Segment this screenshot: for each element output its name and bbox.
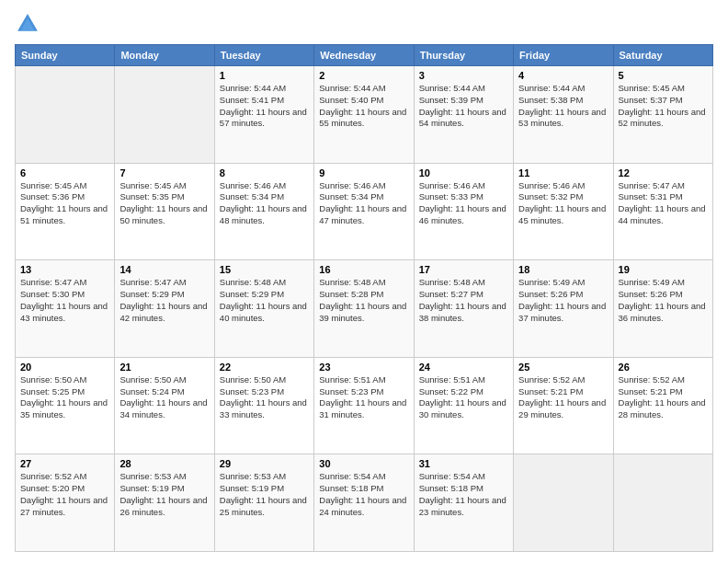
day-cell: 17Sunrise: 5:48 AMSunset: 5:27 PMDayligh…	[414, 260, 513, 358]
week-row-4: 20Sunrise: 5:50 AMSunset: 5:25 PMDayligh…	[16, 357, 713, 454]
day-cell: 3Sunrise: 5:44 AMSunset: 5:39 PMDaylight…	[414, 66, 513, 164]
day-number: 17	[419, 264, 508, 275]
day-number: 26	[619, 362, 708, 373]
weekday-header-tuesday: Tuesday	[214, 45, 313, 66]
day-number: 10	[419, 167, 508, 178]
day-info: Sunrise: 5:48 AMSunset: 5:27 PMDaylight:…	[419, 277, 508, 324]
weekday-header-sunday: Sunday	[16, 45, 115, 66]
day-cell: 14Sunrise: 5:47 AMSunset: 5:29 PMDayligh…	[115, 260, 214, 358]
day-info: Sunrise: 5:46 AMSunset: 5:34 PMDaylight:…	[220, 180, 309, 227]
day-info: Sunrise: 5:45 AMSunset: 5:37 PMDaylight:…	[619, 83, 708, 130]
day-cell: 4Sunrise: 5:44 AMSunset: 5:38 PMDaylight…	[514, 66, 613, 164]
day-number: 7	[119, 167, 209, 178]
day-number: 25	[518, 362, 608, 373]
day-info: Sunrise: 5:44 AMSunset: 5:39 PMDaylight:…	[419, 83, 508, 130]
week-row-3: 13Sunrise: 5:47 AMSunset: 5:30 PMDayligh…	[16, 260, 713, 358]
week-row-2: 6Sunrise: 5:45 AMSunset: 5:36 PMDaylight…	[16, 163, 713, 260]
day-cell: 16Sunrise: 5:48 AMSunset: 5:28 PMDayligh…	[314, 260, 414, 358]
day-number: 24	[419, 362, 508, 373]
day-cell: 26Sunrise: 5:52 AMSunset: 5:21 PMDayligh…	[613, 357, 712, 454]
day-cell: 5Sunrise: 5:45 AMSunset: 5:37 PMDaylight…	[613, 66, 712, 164]
day-info: Sunrise: 5:53 AMSunset: 5:19 PMDaylight:…	[119, 471, 209, 518]
day-info: Sunrise: 5:54 AMSunset: 5:18 PMDaylight:…	[419, 471, 508, 518]
day-info: Sunrise: 5:45 AMSunset: 5:36 PMDaylight:…	[20, 180, 109, 227]
day-cell: 27Sunrise: 5:52 AMSunset: 5:20 PMDayligh…	[16, 454, 115, 552]
day-cell: 31Sunrise: 5:54 AMSunset: 5:18 PMDayligh…	[414, 454, 513, 552]
day-cell: 11Sunrise: 5:46 AMSunset: 5:32 PMDayligh…	[514, 163, 613, 260]
day-cell: 6Sunrise: 5:45 AMSunset: 5:36 PMDaylight…	[16, 163, 115, 260]
day-cell: 8Sunrise: 5:46 AMSunset: 5:34 PMDaylight…	[214, 163, 313, 260]
day-info: Sunrise: 5:47 AMSunset: 5:31 PMDaylight:…	[619, 180, 708, 227]
day-cell: 30Sunrise: 5:54 AMSunset: 5:18 PMDayligh…	[314, 454, 414, 552]
day-info: Sunrise: 5:51 AMSunset: 5:23 PMDaylight:…	[319, 374, 408, 421]
day-number: 11	[518, 167, 608, 178]
day-number: 5	[619, 70, 708, 81]
day-info: Sunrise: 5:50 AMSunset: 5:24 PMDaylight:…	[119, 374, 209, 421]
day-info: Sunrise: 5:49 AMSunset: 5:26 PMDaylight:…	[518, 277, 608, 324]
page: SundayMondayTuesdayWednesdayThursdayFrid…	[0, 0, 728, 563]
day-info: Sunrise: 5:44 AMSunset: 5:38 PMDaylight:…	[518, 83, 608, 130]
day-number: 4	[518, 70, 608, 81]
day-info: Sunrise: 5:53 AMSunset: 5:19 PMDaylight:…	[220, 471, 309, 518]
weekday-header-thursday: Thursday	[414, 45, 513, 66]
day-cell	[613, 454, 712, 552]
day-number: 15	[220, 264, 309, 275]
day-number: 8	[220, 167, 309, 178]
day-number: 1	[220, 70, 309, 81]
day-number: 19	[619, 264, 708, 275]
day-number: 6	[20, 167, 109, 178]
day-info: Sunrise: 5:46 AMSunset: 5:32 PMDaylight:…	[518, 180, 608, 227]
day-info: Sunrise: 5:47 AMSunset: 5:29 PMDaylight:…	[119, 277, 209, 324]
week-row-1: 1Sunrise: 5:44 AMSunset: 5:41 PMDaylight…	[16, 66, 713, 164]
day-cell: 25Sunrise: 5:52 AMSunset: 5:21 PMDayligh…	[514, 357, 613, 454]
day-number: 9	[319, 167, 408, 178]
day-info: Sunrise: 5:51 AMSunset: 5:22 PMDaylight:…	[419, 374, 508, 421]
week-row-5: 27Sunrise: 5:52 AMSunset: 5:20 PMDayligh…	[16, 454, 713, 552]
day-number: 29	[220, 458, 309, 469]
day-number: 31	[419, 458, 508, 469]
day-info: Sunrise: 5:46 AMSunset: 5:33 PMDaylight:…	[419, 180, 508, 227]
day-number: 23	[319, 362, 408, 373]
day-cell: 20Sunrise: 5:50 AMSunset: 5:25 PMDayligh…	[16, 357, 115, 454]
day-info: Sunrise: 5:44 AMSunset: 5:41 PMDaylight:…	[220, 83, 309, 130]
day-cell: 18Sunrise: 5:49 AMSunset: 5:26 PMDayligh…	[514, 260, 613, 358]
day-number: 16	[319, 264, 408, 275]
day-info: Sunrise: 5:47 AMSunset: 5:30 PMDaylight:…	[20, 277, 109, 324]
day-number: 13	[20, 264, 109, 275]
day-cell: 2Sunrise: 5:44 AMSunset: 5:40 PMDaylight…	[314, 66, 414, 164]
day-number: 3	[419, 70, 508, 81]
day-number: 21	[119, 362, 209, 373]
day-cell: 13Sunrise: 5:47 AMSunset: 5:30 PMDayligh…	[16, 260, 115, 358]
day-info: Sunrise: 5:50 AMSunset: 5:23 PMDaylight:…	[220, 374, 309, 421]
day-cell: 24Sunrise: 5:51 AMSunset: 5:22 PMDayligh…	[414, 357, 513, 454]
day-info: Sunrise: 5:45 AMSunset: 5:35 PMDaylight:…	[119, 180, 209, 227]
day-cell	[16, 66, 115, 164]
day-info: Sunrise: 5:52 AMSunset: 5:21 PMDaylight:…	[518, 374, 608, 421]
weekday-header-saturday: Saturday	[613, 45, 712, 66]
day-cell: 9Sunrise: 5:46 AMSunset: 5:34 PMDaylight…	[314, 163, 414, 260]
day-cell: 22Sunrise: 5:50 AMSunset: 5:23 PMDayligh…	[214, 357, 313, 454]
day-cell: 21Sunrise: 5:50 AMSunset: 5:24 PMDayligh…	[115, 357, 214, 454]
day-number: 28	[119, 458, 209, 469]
day-info: Sunrise: 5:49 AMSunset: 5:26 PMDaylight:…	[619, 277, 708, 324]
day-cell: 28Sunrise: 5:53 AMSunset: 5:19 PMDayligh…	[115, 454, 214, 552]
day-cell: 29Sunrise: 5:53 AMSunset: 5:19 PMDayligh…	[214, 454, 313, 552]
day-number: 30	[319, 458, 408, 469]
day-number: 20	[20, 362, 109, 373]
day-cell: 7Sunrise: 5:45 AMSunset: 5:35 PMDaylight…	[115, 163, 214, 260]
day-info: Sunrise: 5:44 AMSunset: 5:40 PMDaylight:…	[319, 83, 408, 130]
day-cell: 10Sunrise: 5:46 AMSunset: 5:33 PMDayligh…	[414, 163, 513, 260]
logo	[15, 11, 44, 37]
day-cell: 15Sunrise: 5:48 AMSunset: 5:29 PMDayligh…	[214, 260, 313, 358]
day-cell: 1Sunrise: 5:44 AMSunset: 5:41 PMDaylight…	[214, 66, 313, 164]
day-number: 22	[220, 362, 309, 373]
day-cell: 23Sunrise: 5:51 AMSunset: 5:23 PMDayligh…	[314, 357, 414, 454]
calendar-table: SundayMondayTuesdayWednesdayThursdayFrid…	[15, 44, 713, 552]
day-info: Sunrise: 5:48 AMSunset: 5:28 PMDaylight:…	[319, 277, 408, 324]
day-cell: 12Sunrise: 5:47 AMSunset: 5:31 PMDayligh…	[613, 163, 712, 260]
day-info: Sunrise: 5:46 AMSunset: 5:34 PMDaylight:…	[319, 180, 408, 227]
weekday-header-row: SundayMondayTuesdayWednesdayThursdayFrid…	[16, 45, 713, 66]
header	[15, 11, 713, 37]
day-info: Sunrise: 5:50 AMSunset: 5:25 PMDaylight:…	[20, 374, 109, 421]
day-info: Sunrise: 5:48 AMSunset: 5:29 PMDaylight:…	[220, 277, 309, 324]
